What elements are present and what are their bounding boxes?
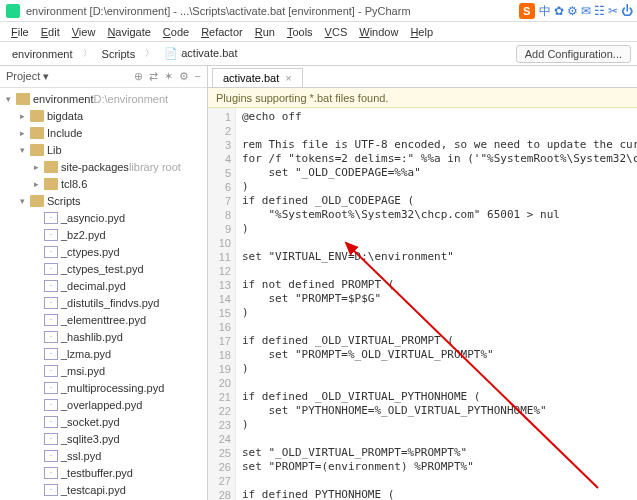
tree-node-Scripts[interactable]: ▾Scripts [0, 192, 207, 209]
tree-node-Lib[interactable]: ▾Lib [0, 141, 207, 158]
banner-text: Plugins supporting *.bat files found. [216, 92, 388, 104]
tray-icon[interactable]: ✿ [554, 4, 564, 18]
tray-icon[interactable]: ✂ [608, 4, 618, 18]
code-editor[interactable]: 1234567891011121314151617181920212223242… [208, 108, 637, 500]
tree-node-_hashlib.pyd[interactable]: _hashlib.pyd [0, 328, 207, 345]
sidebar-tool-icon[interactable]: − [195, 70, 201, 83]
crumb-environment[interactable]: environment [6, 45, 79, 63]
tree-node-Include[interactable]: ▸Include [0, 124, 207, 141]
tab-activate-bat[interactable]: activate.bat × [212, 68, 303, 87]
crumb-Scripts[interactable]: Scripts [96, 45, 142, 63]
close-icon[interactable]: × [285, 72, 291, 84]
breadcrumb[interactable]: environment〉Scripts〉📄 activate.bat [6, 44, 244, 63]
menu-bar[interactable]: FileEditViewNavigateCodeRefactorRunTools… [0, 22, 637, 42]
tree-node-_overlapped.pyd[interactable]: _overlapped.pyd [0, 396, 207, 413]
tree-node-environment[interactable]: ▾environment D:\environment [0, 90, 207, 107]
menu-code[interactable]: Code [158, 24, 194, 40]
app-icon [6, 4, 20, 18]
tree-node-_multiprocessing.pyd[interactable]: _multiprocessing.pyd [0, 379, 207, 396]
menu-edit[interactable]: Edit [36, 24, 65, 40]
add-configuration-button[interactable]: Add Configuration... [516, 45, 631, 63]
menu-file[interactable]: File [6, 24, 34, 40]
plugin-banner: Plugins supporting *.bat files found. In… [208, 88, 637, 108]
menu-help[interactable]: Help [405, 24, 438, 40]
line-gutter: 1234567891011121314151617181920212223242… [208, 108, 236, 500]
tree-node-tcl8.6[interactable]: ▸tcl8.6 [0, 175, 207, 192]
code-content[interactable]: @echo off rem This file is UTF-8 encoded… [236, 108, 637, 500]
project-header-label: Project ▾ [6, 70, 49, 83]
tray-icon[interactable]: ☷ [594, 4, 605, 18]
window-title: environment [D:\environment] - ...\Scrip… [26, 5, 411, 17]
menu-run[interactable]: Run [250, 24, 280, 40]
tree-node-site-packages[interactable]: ▸site-packages library root [0, 158, 207, 175]
tree-node-_sqlite3.pyd[interactable]: _sqlite3.pyd [0, 430, 207, 447]
system-tray: S 中 ✿ ⚙ ✉ ☷ ✂ ⏻ [519, 0, 633, 22]
tree-node-_socket.pyd[interactable]: _socket.pyd [0, 413, 207, 430]
project-sidebar: Project ▾ ⊕⇄✶⚙− ▾environment D:\environm… [0, 66, 208, 500]
menu-window[interactable]: Window [354, 24, 403, 40]
tree-node-bigdata[interactable]: ▸bigdata [0, 107, 207, 124]
project-header[interactable]: Project ▾ ⊕⇄✶⚙− [0, 66, 207, 88]
tree-node-_decimal.pyd[interactable]: _decimal.pyd [0, 277, 207, 294]
tree-node-_testbuffer.pyd[interactable]: _testbuffer.pyd [0, 464, 207, 481]
menu-view[interactable]: View [67, 24, 101, 40]
tree-node-_bz2.pyd[interactable]: _bz2.pyd [0, 226, 207, 243]
sidebar-tool-icon[interactable]: ✶ [164, 70, 173, 83]
menu-tools[interactable]: Tools [282, 24, 318, 40]
nav-row: environment〉Scripts〉📄 activate.bat Add C… [0, 42, 637, 66]
tree-node-_distutils_findvs.pyd[interactable]: _distutils_findvs.pyd [0, 294, 207, 311]
tab-label: activate.bat [223, 72, 279, 84]
tree-node-_msi.pyd[interactable]: _msi.pyd [0, 362, 207, 379]
sidebar-tool-icon[interactable]: ⇄ [149, 70, 158, 83]
tree-node-_testcapi.pyd[interactable]: _testcapi.pyd [0, 481, 207, 498]
tray-icon[interactable]: ⚙ [567, 4, 578, 18]
tray-icon[interactable]: 中 [539, 4, 551, 18]
editor-tabs[interactable]: activate.bat × [208, 66, 637, 88]
editor-area: activate.bat × Plugins supporting *.bat … [208, 66, 637, 500]
menu-navigate[interactable]: Navigate [102, 24, 155, 40]
ime-icon[interactable]: S [519, 3, 535, 19]
tray-icon[interactable]: ✉ [581, 4, 591, 18]
tree-node-_ctypes_test.pyd[interactable]: _ctypes_test.pyd [0, 260, 207, 277]
project-tree[interactable]: ▾environment D:\environment▸bigdata▸Incl… [0, 88, 207, 500]
crumb-activate.bat[interactable]: 📄 activate.bat [158, 44, 243, 63]
menu-vcs[interactable]: VCS [320, 24, 353, 40]
sidebar-tool-icon[interactable]: ⊕ [134, 70, 143, 83]
sidebar-tool-icon[interactable]: ⚙ [179, 70, 189, 83]
tree-node-_elementtree.pyd[interactable]: _elementtree.pyd [0, 311, 207, 328]
tree-node-_ctypes.pyd[interactable]: _ctypes.pyd [0, 243, 207, 260]
tree-node-_ssl.pyd[interactable]: _ssl.pyd [0, 447, 207, 464]
tree-node-_asyncio.pyd[interactable]: _asyncio.pyd [0, 209, 207, 226]
menu-refactor[interactable]: Refactor [196, 24, 248, 40]
tray-icon[interactable]: ⏻ [621, 4, 633, 18]
tree-node-_lzma.pyd[interactable]: _lzma.pyd [0, 345, 207, 362]
